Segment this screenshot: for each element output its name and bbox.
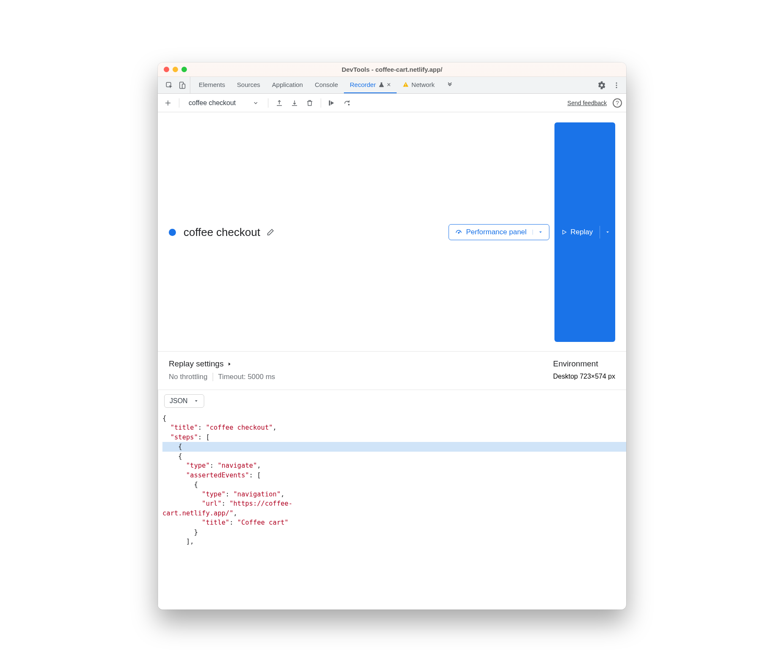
performance-panel-label: Performance panel <box>466 228 527 236</box>
step-over-icon[interactable] <box>326 97 338 109</box>
gauge-icon <box>455 228 462 236</box>
new-recording-button[interactable] <box>162 97 174 109</box>
environment-heading: Environment <box>553 359 615 369</box>
recording-title: coffee checkout <box>184 226 260 239</box>
environment-device: Desktop <box>553 373 578 380</box>
step-row[interactable]: Current page⋮ <box>158 390 158 420</box>
main-split: Current page⋮Set viewport⋮Navigate⋮Coffe… <box>158 390 626 610</box>
environment-viewport: 723×574 px <box>580 373 615 380</box>
minimize-window-button[interactable] <box>173 67 178 72</box>
inspect-element-icon[interactable] <box>165 81 173 89</box>
send-feedback-link[interactable]: Send feedback <box>568 100 607 106</box>
throttling-value: No throttling <box>169 373 208 381</box>
recording-select-label: coffee checkout <box>189 99 236 107</box>
tab-application[interactable]: Application <box>266 77 309 93</box>
zoom-window-button[interactable] <box>181 67 187 72</box>
delete-icon[interactable] <box>304 97 316 109</box>
edit-title-icon[interactable] <box>266 228 275 236</box>
recording-header: coffee checkout Performance panel Replay <box>158 112 626 352</box>
performance-panel-button[interactable]: Performance panel <box>449 224 549 240</box>
svg-point-7 <box>616 87 617 88</box>
svg-rect-4 <box>406 86 406 86</box>
chevron-right-icon <box>227 362 232 366</box>
close-tab-icon[interactable]: × <box>387 81 391 89</box>
tab-elements[interactable]: Elements <box>193 77 231 93</box>
svg-rect-8 <box>329 100 330 105</box>
svg-rect-3 <box>406 84 406 85</box>
step-row[interactable]: Coffee carthttps://coffee-cart.netlify.a… <box>158 473 158 511</box>
warning-icon <box>403 81 409 88</box>
step-row[interactable]: Set viewport⋮ <box>158 420 158 451</box>
import-icon[interactable] <box>289 97 300 109</box>
replay-settings-toggle[interactable]: Replay settings <box>169 359 275 369</box>
close-window-button[interactable] <box>164 67 169 72</box>
kebab-menu-icon[interactable] <box>613 81 620 89</box>
traffic-lights <box>164 67 187 72</box>
perf-dropdown-caret[interactable] <box>533 230 543 235</box>
svg-point-9 <box>348 104 349 105</box>
svg-point-5 <box>616 82 617 84</box>
settings-row: Replay settings No throttling Timeout: 5… <box>158 352 626 390</box>
settings-gear-icon[interactable] <box>597 81 606 89</box>
steps-timeline: Current page⋮Set viewport⋮Navigate⋮Coffe… <box>158 390 158 610</box>
svg-rect-2 <box>182 84 185 89</box>
replay-label: Replay <box>570 228 593 236</box>
recorder-toolbar: coffee checkout Send feedback ? <box>158 94 626 112</box>
tab-sources[interactable]: Sources <box>231 77 266 93</box>
more-tabs-button[interactable] <box>441 77 459 93</box>
step-row[interactable]: Navigate⋮ <box>158 451 158 473</box>
recording-select[interactable]: coffee checkout <box>184 99 263 107</box>
window-title: DevTools - coffee-cart.netlify.app/ <box>158 66 626 73</box>
devtools-tabstrip: Elements Sources Application Console Rec… <box>158 77 626 94</box>
device-toggle-icon[interactable] <box>178 81 186 89</box>
tab-network[interactable]: Network <box>397 77 441 93</box>
recording-status-dot <box>169 229 176 236</box>
play-icon <box>561 229 567 235</box>
window-titlebar: DevTools - coffee-cart.netlify.app/ <box>158 62 626 77</box>
replay-button[interactable]: Replay <box>554 122 615 342</box>
step-icon[interactable] <box>341 97 353 109</box>
code-format-select[interactable]: JSON <box>164 394 204 408</box>
svg-point-10 <box>458 232 459 233</box>
devtools-window: DevTools - coffee-cart.netlify.app/ Elem… <box>158 62 626 610</box>
step-row[interactable]: ClickElement "Mocha"⋮ <box>158 511 158 549</box>
tab-console[interactable]: Console <box>309 77 344 93</box>
svg-point-6 <box>616 84 617 86</box>
code-body[interactable]: { "title": "coffee checkout", "steps": [… <box>158 412 626 551</box>
chevron-down-icon <box>253 100 259 106</box>
help-icon[interactable]: ? <box>613 98 622 108</box>
export-icon[interactable] <box>273 97 285 109</box>
code-panel: JSON × { "title": "coffee checkout", "st… <box>158 390 626 610</box>
experiment-flask-icon <box>378 82 384 88</box>
timeout-value: Timeout: 5000 ms <box>218 373 275 381</box>
replay-dropdown-caret[interactable] <box>600 226 615 238</box>
tab-recorder[interactable]: Recorder × <box>344 77 397 93</box>
